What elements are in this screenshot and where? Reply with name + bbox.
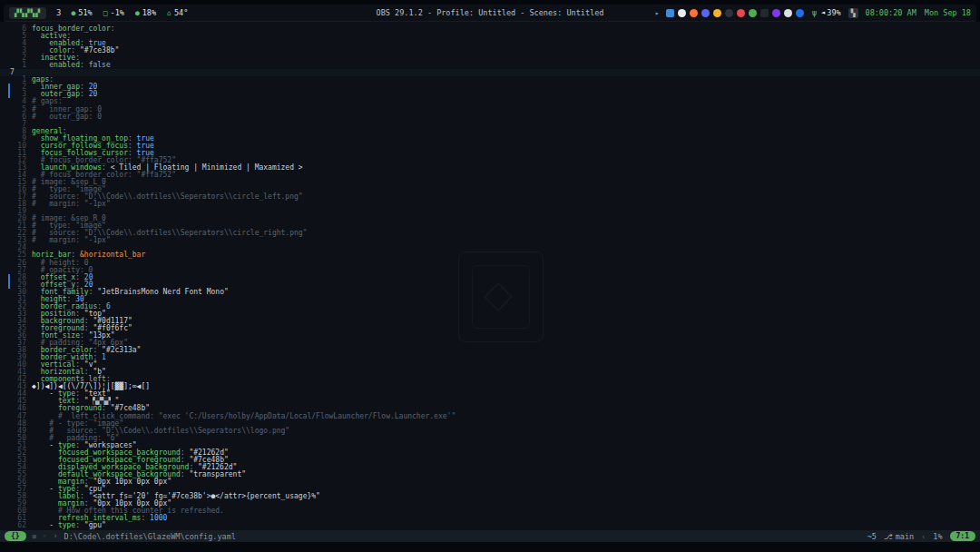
code-line[interactable]: 23# margin: "-1px" <box>0 237 980 244</box>
code-line[interactable]: 38 border_color: "#2c313a" <box>0 347 980 354</box>
code-line[interactable]: 6focus_border_color: <box>0 25 980 33</box>
code-area[interactable]: 6focus_border_color:5 active:4 enabled: … <box>0 25 980 529</box>
code-line[interactable]: 56 margin: "0px 10px 0px 0px" <box>0 478 980 486</box>
code-line[interactable]: 6# outer_gap: 0 <box>0 113 980 121</box>
code-line[interactable]: 47 # left_click_command: "exec 'C:/Users… <box>0 412 980 419</box>
volume-widget[interactable]: ◄ 39% <box>821 8 841 17</box>
tray-icon-camera[interactable] <box>760 9 769 17</box>
code-line[interactable]: 2 inner_gap: 20 <box>0 84 980 91</box>
bar-right-section: ▸ ψ ◄ 39% ▚ 08:00:20 AM Mon Sep 18 <box>655 8 971 18</box>
statusline: {} ■ ◦ › D:\Code\.dotfiles\GlazeWM\confi… <box>0 530 980 542</box>
code-line[interactable]: 4 enabled: true <box>0 40 980 47</box>
volume-value: 39% <box>827 8 840 17</box>
clock[interactable]: 08:00:20 AM <box>866 8 916 17</box>
glazewm-top-bar: ▞▚▞▚▞ 3 ●51%□-1%●18%⌂54° OBS 29.1.2 - Pr… <box>4 5 976 22</box>
code-line[interactable]: 50 # padding: "6" <box>0 435 980 442</box>
bar-metrics: ●51%□-1%●18%⌂54° <box>72 8 189 17</box>
tray-icon-drop[interactable] <box>796 9 804 17</box>
line-text: - type: "gpu" <box>32 522 106 529</box>
tray-icon-steam[interactable] <box>725 9 733 17</box>
tray-expander-icon[interactable]: ▸ <box>655 9 660 17</box>
code-line[interactable]: 31 height: 30 <box>0 296 980 303</box>
code-line[interactable]: 17# source: "D:\\Code\\.dotfiles\\Sepera… <box>0 193 980 201</box>
branch-name: main <box>896 532 914 541</box>
code-line[interactable]: 41 horizontal: "b" <box>0 369 980 376</box>
gpu-icon: □ <box>103 9 108 17</box>
code-line[interactable]: 7 <box>0 121 980 128</box>
code-line[interactable]: 62 - type: "gpu" <box>0 522 980 529</box>
code-line[interactable]: 35 foreground: "#f0f6fc" <box>0 325 980 332</box>
code-line[interactable]: 5 active: <box>0 33 980 40</box>
date[interactable]: Mon Sep 18 <box>925 8 971 17</box>
cpu-value: 51% <box>78 8 92 17</box>
code-line[interactable]: 61 refresh_interval_ms: 1000 <box>0 515 980 522</box>
code-line[interactable]: 43◆])◀])◀[(\/7/\])¦|[▓▓];∞◀[] <box>0 383 980 390</box>
memory-widget[interactable]: ●18% <box>135 8 156 17</box>
code-line[interactable]: 22# source: "D:\\Code\\.dotfiles\\Sepera… <box>0 230 980 237</box>
code-line[interactable]: 34 background: "#0d1117" <box>0 318 980 325</box>
workspace-indicator[interactable]: 3 <box>56 8 61 17</box>
code-line[interactable]: 3 outer_gap: 20 <box>0 91 980 98</box>
code-line[interactable]: 39 border_width: 1 <box>0 354 980 361</box>
code-line[interactable]: 26 # height: 0 <box>0 260 980 267</box>
tray-icon-account[interactable] <box>713 9 721 17</box>
file-path: D:\Code\.dotfiles\GlazeWM\config.yaml <box>64 532 236 541</box>
code-line[interactable]: 44 - type: "text" <box>0 390 980 398</box>
scroll-percent: 1% <box>933 532 942 541</box>
code-line[interactable]: 15# image: &sep_L_0 <box>0 179 980 186</box>
code-line[interactable]: 24 <box>0 244 980 251</box>
code-line[interactable]: 18# margin: "-1px" <box>0 201 980 208</box>
tray-icon-brave[interactable] <box>737 9 745 17</box>
record-icon: ◦ <box>43 532 47 540</box>
code-line[interactable]: 30 font_family: "JetBrainsMono Nerd Font… <box>0 289 980 296</box>
mode-pill: {} <box>5 531 26 541</box>
code-line[interactable]: 25horiz_bar: &horizontal_bar <box>0 251 980 259</box>
code-line[interactable]: 28 offset_x: 20 <box>0 274 980 281</box>
modified-icon: ■ <box>33 533 36 540</box>
code-line[interactable]: 32 border_radius: 6 <box>0 303 980 310</box>
cursor-position-pill: 7:1 <box>950 531 975 541</box>
gpu-widget[interactable]: □-1% <box>103 8 124 17</box>
code-line[interactable]: 5# inner_gap: 0 <box>0 106 980 113</box>
line-text: # margin: "-1px" <box>32 237 111 244</box>
code-line[interactable]: 20# image: &sep_R_0 <box>0 215 980 222</box>
code-line[interactable]: 40 vertical: "v" <box>0 361 980 369</box>
code-line[interactable]: 1 enabled: false <box>0 62 980 69</box>
code-line[interactable]: 7 <box>0 69 980 76</box>
git-diff-count: ~5 <box>867 532 877 541</box>
code-line[interactable]: 49 # source: "D:\\Code\\.dotfiles\\Seper… <box>0 428 980 435</box>
weather-icon: ⌂ <box>167 9 172 17</box>
cpu-widget[interactable]: ●51% <box>72 8 93 17</box>
code-line[interactable]: 1gaps: <box>0 76 980 84</box>
code-line[interactable]: 36 font_size: "13px" <box>0 332 980 340</box>
memory-icon: ● <box>135 9 140 17</box>
code-line[interactable]: 19 <box>0 208 980 215</box>
keyboard-layout-chip[interactable]: ▚ <box>848 8 858 18</box>
tray-icon-display[interactable] <box>666 9 674 17</box>
tray-icon-discord[interactable] <box>701 9 710 17</box>
tray-icon-chrome[interactable] <box>749 9 757 17</box>
code-line[interactable]: 2 inactive: <box>0 54 980 62</box>
cpu-icon: ● <box>72 9 76 17</box>
code-line[interactable]: 3 color: "#7ce38b" <box>0 47 980 54</box>
git-branch: ⎇ main <box>884 532 914 541</box>
tray-icon-hub[interactable] <box>772 9 780 17</box>
microphone-icon[interactable]: ψ <box>812 8 817 17</box>
tray-icon-firefox[interactable] <box>690 9 698 17</box>
statusline-right: ~5 ⎇ main ‹ 1% 7:1 <box>867 531 975 541</box>
tray-icon-browser[interactable] <box>678 9 686 17</box>
code-line[interactable]: 14 # focus_border_color: "#ffa752" <box>0 172 980 179</box>
system-tray <box>666 9 804 17</box>
launcher-text-widget[interactable]: ▞▚▞▚▞ <box>9 7 46 19</box>
memory-value: 18% <box>142 8 156 17</box>
editor-viewport[interactable]: 6focus_border_color:5 active:4 enabled: … <box>0 22 980 530</box>
code-line[interactable]: 33 position: "top" <box>0 310 980 318</box>
tray-icon-settings[interactable] <box>784 9 792 17</box>
weather-widget[interactable]: ⌂54° <box>167 8 188 17</box>
code-line[interactable]: 37 # padding: "4px 6px" <box>0 340 980 347</box>
bar-left-section: ▞▚▞▚▞ 3 ●51%□-1%●18%⌂54° <box>9 7 188 19</box>
code-line[interactable]: 27 # opacity: 0 <box>0 267 980 274</box>
weather-value: 54° <box>174 8 188 17</box>
code-line[interactable]: 4# gaps: <box>0 98 980 105</box>
line-text: enabled: false <box>32 62 111 69</box>
